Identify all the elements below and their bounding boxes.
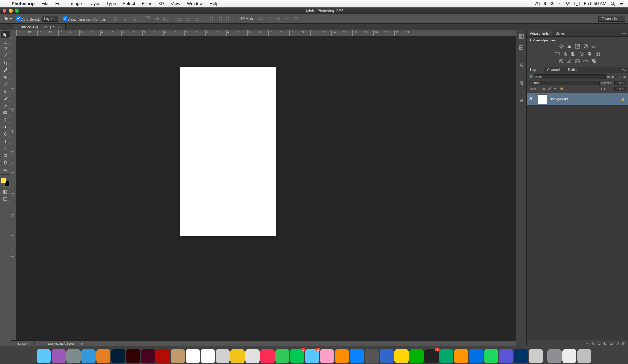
dock-app[interactable] bbox=[52, 349, 66, 363]
menu-window[interactable]: Window bbox=[184, 1, 206, 6]
tab-adjustments[interactable]: Adjustments bbox=[527, 30, 552, 36]
window-minimize-button[interactable] bbox=[9, 9, 13, 13]
brush-tool[interactable] bbox=[1, 81, 10, 88]
notifications-badge[interactable]: 9 bbox=[544, 1, 546, 6]
menu-help[interactable]: Help bbox=[206, 1, 222, 6]
ruler-vertical[interactable]: 311234567891012341516171 bbox=[11, 36, 16, 341]
dock-app[interactable] bbox=[577, 349, 591, 363]
curves-icon[interactable] bbox=[574, 43, 581, 49]
clock[interactable]: Fri 9:59 AM bbox=[584, 1, 606, 6]
menu-type[interactable]: Type bbox=[103, 1, 119, 6]
filter-adjustment-icon[interactable]: ◐ bbox=[611, 75, 614, 79]
align-left-edges-icon[interactable] bbox=[113, 15, 120, 22]
dock-app[interactable] bbox=[350, 349, 364, 363]
color-lookup-icon[interactable] bbox=[595, 51, 601, 57]
dodge-tool[interactable] bbox=[1, 124, 10, 130]
gradient-tool[interactable] bbox=[1, 109, 10, 116]
document-canvas[interactable] bbox=[180, 67, 276, 236]
pen-tool[interactable] bbox=[1, 131, 10, 137]
black-white-icon[interactable] bbox=[570, 51, 576, 57]
dock-app[interactable] bbox=[275, 349, 289, 363]
new-layer-icon[interactable]: ⊞ bbox=[616, 341, 619, 345]
3d-rotate-icon[interactable] bbox=[257, 15, 264, 22]
distribute-bottom-icon[interactable] bbox=[194, 15, 200, 22]
workspace-switcher[interactable]: Essentials bbox=[598, 16, 625, 22]
color-balance-icon[interactable] bbox=[562, 51, 568, 57]
current-tool-icon[interactable]: ▾ bbox=[3, 15, 13, 22]
dock-app[interactable] bbox=[186, 349, 200, 363]
dock-app[interactable] bbox=[111, 349, 125, 363]
notification-center-icon[interactable]: ☰ bbox=[619, 1, 623, 6]
invert-icon[interactable] bbox=[558, 58, 564, 64]
dock-app[interactable] bbox=[469, 349, 483, 363]
levels-icon[interactable] bbox=[566, 43, 572, 49]
dock-app[interactable] bbox=[126, 349, 140, 363]
layer-mask-icon[interactable]: ◻ bbox=[597, 341, 601, 345]
doc-size[interactable]: Doc: 5.93M/0 bytes bbox=[35, 342, 75, 345]
zoom-level[interactable]: 33.33% bbox=[11, 342, 35, 345]
tab-paths[interactable]: Paths bbox=[565, 67, 580, 73]
auto-select-dropdown[interactable]: Layer bbox=[42, 16, 58, 22]
menu-edit[interactable]: Edit bbox=[52, 1, 66, 6]
lock-all-icon[interactable]: 🔒 bbox=[560, 87, 564, 91]
layer-name[interactable]: Background bbox=[550, 97, 568, 101]
3d-slide-icon[interactable] bbox=[284, 15, 290, 22]
move-tool[interactable] bbox=[1, 31, 10, 38]
zoom-tool[interactable] bbox=[1, 166, 10, 173]
paragraph-styles-panel-icon[interactable] bbox=[517, 96, 525, 105]
quick-mask-icon[interactable] bbox=[1, 189, 10, 195]
new-fill-adjustment-icon[interactable]: ◐ bbox=[603, 341, 607, 345]
threshold-icon[interactable] bbox=[574, 58, 581, 64]
character-panel-icon[interactable] bbox=[517, 61, 525, 70]
exposure-icon[interactable] bbox=[583, 43, 589, 49]
distribute-left-icon[interactable] bbox=[207, 15, 214, 22]
type-tool[interactable] bbox=[1, 138, 10, 145]
eyedropper-tool[interactable] bbox=[1, 67, 10, 73]
layer-thumbnail[interactable] bbox=[538, 94, 547, 104]
dock-app[interactable] bbox=[156, 349, 170, 363]
ruler-horizontal[interactable]: 1413121110987654321012345678910111213141… bbox=[16, 30, 516, 36]
lock-position-icon[interactable]: ✥ bbox=[554, 87, 558, 91]
auto-select-checkbox[interactable]: Auto-Select: bbox=[16, 16, 40, 21]
blur-tool[interactable] bbox=[1, 116, 10, 123]
dock-app[interactable] bbox=[547, 349, 562, 363]
dock-app[interactable] bbox=[320, 349, 334, 363]
layer-style-icon[interactable]: fx bbox=[592, 341, 595, 345]
dock-app[interactable] bbox=[499, 349, 513, 363]
dock-app[interactable] bbox=[409, 349, 424, 363]
show-transform-checkbox[interactable]: Show Transform Controls bbox=[63, 16, 106, 21]
dock-app[interactable]: 1 bbox=[290, 349, 304, 363]
brightness-contrast-icon[interactable] bbox=[558, 43, 564, 49]
foreground-color[interactable] bbox=[1, 178, 6, 183]
filter-shape-icon[interactable]: ▭ bbox=[619, 75, 622, 79]
dock-app[interactable] bbox=[66, 349, 81, 363]
crop-tool[interactable] bbox=[1, 60, 10, 66]
eraser-tool[interactable] bbox=[1, 102, 10, 109]
dock-app[interactable] bbox=[216, 349, 230, 363]
channel-mixer-icon[interactable] bbox=[587, 51, 593, 57]
dock-app[interactable]: 2 bbox=[305, 349, 319, 363]
paragraph-panel-icon[interactable] bbox=[517, 78, 525, 88]
app-name[interactable]: Photoshop bbox=[8, 1, 38, 6]
vibrance-icon[interactable] bbox=[591, 43, 597, 49]
sync-icon[interactable]: ⟳ bbox=[550, 1, 554, 6]
spotlight-icon[interactable] bbox=[610, 1, 615, 6]
layer-visibility-icon[interactable]: 👁 bbox=[528, 96, 535, 102]
bluetooth-icon[interactable]: ᛒ bbox=[558, 1, 561, 6]
dock-app[interactable] bbox=[394, 349, 409, 363]
filter-pixel-icon[interactable]: ▦ bbox=[607, 75, 610, 79]
hue-saturation-icon[interactable] bbox=[554, 51, 560, 57]
dock-app[interactable]: 1 bbox=[424, 349, 439, 363]
dock-app[interactable] bbox=[81, 349, 96, 363]
lasso-tool[interactable] bbox=[1, 45, 10, 52]
panel-menu-icon[interactable]: ▾≡ bbox=[622, 31, 628, 36]
menu-select[interactable]: Select bbox=[119, 1, 138, 6]
menu-layer[interactable]: Layer bbox=[85, 1, 103, 6]
healing-brush-tool[interactable] bbox=[1, 74, 10, 81]
opacity-value[interactable]: 100% bbox=[614, 81, 626, 85]
filter-kind-icon[interactable]: 🔎 bbox=[529, 75, 532, 79]
blend-mode-dropdown[interactable]: Normal bbox=[529, 81, 600, 85]
display-icon[interactable] bbox=[574, 2, 580, 6]
new-group-icon[interactable]: 🗀 bbox=[609, 341, 613, 345]
dock-app[interactable] bbox=[380, 349, 394, 363]
